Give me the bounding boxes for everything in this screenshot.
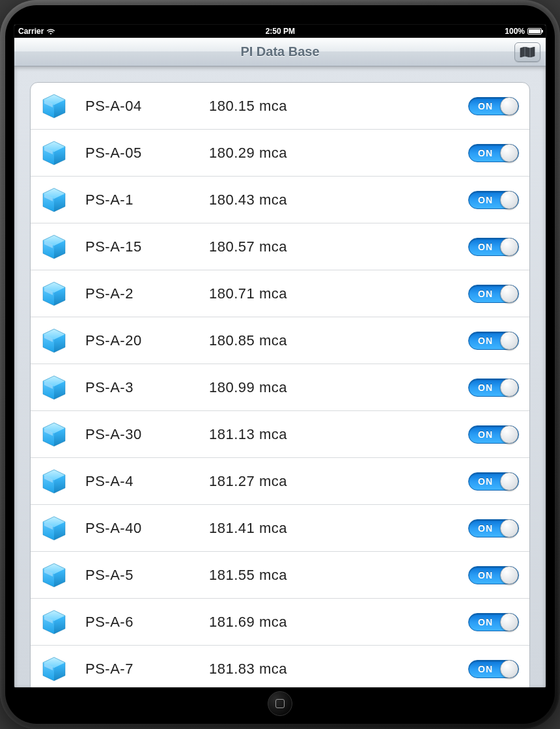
table-row[interactable]: PS-A-15180.57 mcaON bbox=[31, 223, 529, 270]
table-row[interactable]: PS-A-7181.83 mcaON bbox=[31, 646, 529, 687]
cube-icon bbox=[41, 328, 67, 354]
toggle-on-label: ON bbox=[478, 242, 493, 252]
content-area[interactable]: PS-A-04180.15 mcaON PS-A-05180.29 mcaON bbox=[14, 66, 546, 687]
table-row[interactable]: PS-A-1180.43 mcaON bbox=[31, 177, 529, 223]
battery-pct: 100% bbox=[505, 27, 525, 36]
status-left: Carrier bbox=[18, 27, 55, 36]
toggle-knob bbox=[500, 566, 518, 584]
table-row[interactable]: PS-A-5181.55 mcaON bbox=[31, 552, 529, 599]
row-toggle[interactable]: ON bbox=[468, 660, 519, 678]
toggle-on-label: ON bbox=[478, 148, 493, 158]
row-value: 180.15 mca bbox=[209, 98, 468, 115]
cube-icon bbox=[41, 187, 67, 213]
row-toggle[interactable]: ON bbox=[468, 425, 519, 444]
table-row[interactable]: PS-A-2180.71 mcaON bbox=[31, 270, 529, 317]
row-tag: PS-A-5 bbox=[85, 567, 209, 584]
row-value: 181.41 mca bbox=[209, 520, 468, 537]
cube-icon bbox=[41, 234, 67, 260]
table-row[interactable]: PS-A-4181.27 mcaON bbox=[31, 458, 529, 505]
carrier-label: Carrier bbox=[18, 27, 44, 36]
row-value: 181.13 mca bbox=[209, 426, 468, 443]
cube-icon bbox=[41, 468, 67, 494]
row-tag: PS-A-30 bbox=[85, 426, 209, 443]
row-toggle[interactable]: ON bbox=[468, 191, 519, 209]
toggle-on-label: ON bbox=[478, 523, 493, 534]
status-right: 100% bbox=[505, 27, 542, 36]
cube-icon bbox=[41, 609, 67, 635]
row-toggle[interactable]: ON bbox=[468, 566, 519, 584]
row-value: 181.69 mca bbox=[209, 614, 468, 631]
nav-bar: PI Data Base bbox=[14, 38, 546, 66]
toggle-knob bbox=[500, 191, 518, 209]
row-tag: PS-A-40 bbox=[85, 520, 209, 537]
map-button[interactable] bbox=[514, 42, 540, 62]
cube-icon bbox=[41, 422, 67, 448]
row-tag: PS-A-20 bbox=[85, 332, 209, 349]
row-value: 180.85 mca bbox=[209, 332, 468, 349]
row-tag: PS-A-6 bbox=[85, 614, 209, 631]
cube-icon bbox=[41, 375, 67, 401]
row-toggle[interactable]: ON bbox=[468, 285, 519, 303]
toggle-knob bbox=[500, 238, 518, 256]
toggle-knob bbox=[500, 425, 518, 444]
row-toggle[interactable]: ON bbox=[468, 144, 519, 162]
toggle-knob bbox=[500, 285, 518, 303]
toggle-knob bbox=[500, 332, 518, 350]
row-toggle[interactable]: ON bbox=[468, 97, 519, 115]
home-button[interactable] bbox=[268, 691, 292, 716]
row-toggle[interactable]: ON bbox=[468, 519, 519, 537]
row-value: 180.43 mca bbox=[209, 192, 468, 208]
table-row[interactable]: PS-A-05180.29 mcaON bbox=[31, 130, 529, 177]
row-value: 180.29 mca bbox=[209, 145, 468, 162]
cube-icon bbox=[41, 656, 67, 682]
toggle-on-label: ON bbox=[478, 664, 493, 674]
row-value: 181.83 mca bbox=[209, 661, 468, 678]
data-table: PS-A-04180.15 mcaON PS-A-05180.29 mcaON bbox=[30, 82, 530, 687]
wifi-icon bbox=[46, 28, 55, 35]
toggle-knob bbox=[500, 660, 518, 678]
toggle-knob bbox=[500, 144, 518, 162]
row-toggle[interactable]: ON bbox=[468, 613, 519, 631]
row-toggle[interactable]: ON bbox=[468, 472, 519, 491]
row-tag: PS-A-2 bbox=[85, 285, 209, 302]
row-tag: PS-A-4 bbox=[85, 473, 209, 490]
screen: Carrier 2:50 PM 100% bbox=[14, 25, 546, 687]
toggle-on-label: ON bbox=[478, 617, 493, 627]
table-row[interactable]: PS-A-30181.13 mcaON bbox=[31, 411, 529, 458]
toggle-on-label: ON bbox=[478, 289, 493, 299]
cube-icon bbox=[41, 281, 67, 307]
status-bar: Carrier 2:50 PM 100% bbox=[14, 25, 546, 38]
toggle-on-label: ON bbox=[478, 101, 493, 111]
toggle-knob bbox=[500, 613, 518, 631]
toggle-on-label: ON bbox=[478, 195, 493, 205]
toggle-on-label: ON bbox=[478, 429, 493, 440]
cube-icon bbox=[41, 140, 67, 166]
ipad-bezel: Carrier 2:50 PM 100% bbox=[5, 5, 555, 724]
page-title: PI Data Base bbox=[240, 44, 319, 59]
table-row[interactable]: PS-A-40181.41 mcaON bbox=[31, 505, 529, 552]
row-tag: PS-A-04 bbox=[85, 98, 209, 115]
table-row[interactable]: PS-A-20180.85 mcaON bbox=[31, 317, 529, 364]
row-toggle[interactable]: ON bbox=[468, 238, 519, 256]
status-time: 2:50 PM bbox=[55, 27, 505, 36]
row-tag: PS-A-7 bbox=[85, 661, 209, 678]
row-toggle[interactable]: ON bbox=[468, 332, 519, 350]
toggle-knob bbox=[500, 519, 518, 537]
row-value: 181.55 mca bbox=[209, 567, 468, 584]
toggle-knob bbox=[500, 97, 518, 115]
battery-icon bbox=[527, 28, 542, 35]
cube-icon bbox=[41, 515, 67, 541]
toggle-knob bbox=[500, 472, 518, 491]
cube-icon bbox=[41, 93, 67, 119]
ipad-device: Carrier 2:50 PM 100% bbox=[0, 0, 560, 729]
row-toggle[interactable]: ON bbox=[468, 379, 519, 397]
row-tag: PS-A-05 bbox=[85, 145, 209, 162]
row-value: 180.71 mca bbox=[209, 285, 468, 302]
row-tag: PS-A-3 bbox=[85, 379, 209, 396]
table-row[interactable]: PS-A-3180.99 mcaON bbox=[31, 364, 529, 411]
table-row[interactable]: PS-A-6181.69 mcaON bbox=[31, 599, 529, 646]
row-value: 180.99 mca bbox=[209, 379, 468, 396]
table-row[interactable]: PS-A-04180.15 mcaON bbox=[31, 83, 529, 130]
toggle-knob bbox=[500, 379, 518, 397]
toggle-on-label: ON bbox=[478, 382, 493, 393]
